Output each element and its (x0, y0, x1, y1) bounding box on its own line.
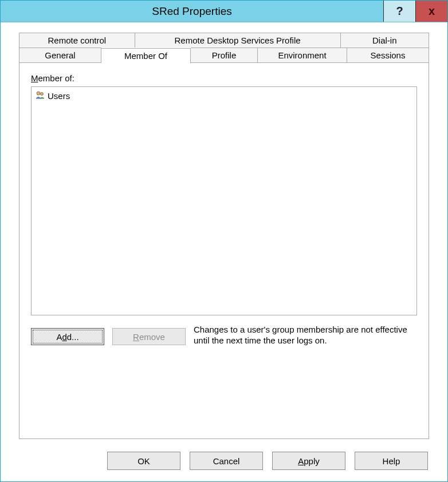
remove-button: Remove (112, 328, 186, 345)
panel-spacer (31, 346, 417, 428)
membership-note: Changes to a user's group membership are… (194, 325, 417, 346)
dialog-buttons: OK Cancel Apply Help (11, 446, 437, 471)
svg-point-1 (41, 93, 44, 96)
titlebar-buttons: ? x (383, 1, 447, 22)
ok-button[interactable]: OK (107, 452, 180, 470)
apply-button-post: pply (304, 456, 320, 466)
tab-row-1: Remote control Remote Desktop Services P… (19, 33, 429, 48)
tab-panel-member-of: Member of: Users (19, 63, 429, 439)
apply-button[interactable]: Apply (272, 452, 345, 470)
client-area: Remote control Remote Desktop Services P… (1, 22, 447, 481)
member-of-label-text: ember of: (38, 73, 74, 83)
help-button[interactable]: Help (355, 452, 428, 470)
add-button-post: d... (67, 332, 79, 342)
tab-dialin[interactable]: Dial-in (341, 33, 429, 48)
add-button[interactable]: Add... (31, 328, 104, 345)
window-title: SRed Properties (1, 1, 383, 22)
apply-button-mnemonic: A (298, 456, 304, 466)
tab-row-2: General Member Of Profile Environment Se… (19, 48, 429, 63)
help-icon[interactable]: ? (383, 1, 415, 22)
tab-sessions[interactable]: Sessions (347, 48, 429, 63)
remove-button-post: emove (139, 332, 165, 342)
tab-remote-control[interactable]: Remote control (19, 33, 135, 48)
member-of-label: Member of: (31, 73, 417, 83)
title-bar: SRed Properties ? x (1, 1, 447, 22)
tab-environment[interactable]: Environment (258, 48, 347, 63)
member-of-label-mnemonic: M (31, 73, 38, 83)
below-list-row: Add... Remove Changes to a user's group … (31, 328, 417, 346)
list-item[interactable]: Users (35, 89, 413, 102)
tab-strip: Remote control Remote Desktop Services P… (19, 33, 429, 63)
cancel-button[interactable]: Cancel (190, 452, 263, 470)
close-icon[interactable]: x (415, 1, 447, 22)
tab-member-of[interactable]: Member Of (101, 48, 191, 64)
properties-window: SRed Properties ? x Remote control Remot… (0, 0, 448, 482)
add-button-mnemonic: d (62, 332, 66, 342)
remove-button-mnemonic: R (133, 332, 139, 342)
svg-point-0 (37, 92, 40, 95)
tab-general[interactable]: General (19, 48, 101, 63)
list-item-label: Users (48, 91, 70, 101)
add-button-pre: A (56, 332, 62, 342)
tab-rds-profile[interactable]: Remote Desktop Services Profile (135, 33, 341, 48)
group-icon (35, 90, 45, 102)
groups-listbox[interactable]: Users (31, 86, 417, 315)
tab-profile[interactable]: Profile (191, 48, 258, 63)
